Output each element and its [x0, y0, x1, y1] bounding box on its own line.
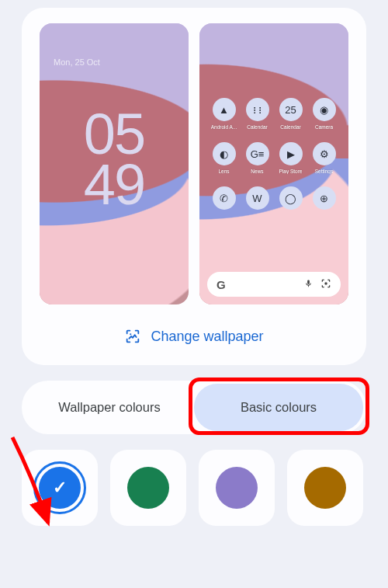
color-swatch-row: ✓	[22, 450, 366, 526]
swatch-circle	[127, 467, 169, 509]
mic-icon	[304, 278, 313, 291]
app-item[interactable]: ◉Camera	[309, 98, 339, 130]
app-item[interactable]: ✆	[209, 186, 239, 213]
tab-label: Wallpaper colours	[58, 400, 160, 414]
app-item[interactable]: G≡News	[242, 142, 272, 174]
swatch-circle	[216, 467, 258, 509]
app-icon: ⫶⫶	[246, 98, 269, 121]
app-icon: ▶	[279, 142, 303, 165]
app-label: Android A...	[211, 124, 237, 130]
app-item[interactable]: ▲Android A...	[209, 98, 239, 130]
lock-screen-preview[interactable]: Mon, 25 Oct 05 49	[40, 23, 189, 304]
lock-clock-minutes: 49	[40, 159, 189, 210]
color-swatch-purple[interactable]	[199, 450, 275, 526]
swatch-circle	[304, 467, 346, 509]
app-item[interactable]: 25Calendar	[275, 98, 306, 130]
check-icon: ✓	[53, 478, 67, 498]
app-icon: W	[246, 186, 269, 210]
color-tabs: Wallpaper colours Basic colours	[22, 381, 366, 434]
lock-date: Mon, 25 Oct	[54, 57, 100, 67]
app-icon: ◐	[213, 142, 236, 165]
wallpaper-icon	[124, 328, 141, 345]
color-swatch-brown[interactable]	[287, 450, 363, 526]
color-swatch-blue[interactable]: ✓	[22, 450, 98, 526]
color-swatch-green[interactable]	[110, 450, 186, 526]
svg-point-1	[130, 333, 132, 335]
app-label: Play Store	[279, 169, 303, 174]
app-icon: G≡	[246, 142, 269, 165]
app-icon: ⊕	[313, 186, 336, 210]
app-item[interactable]: ⫶⫶Calendar	[242, 98, 272, 130]
lens-icon	[320, 278, 331, 291]
app-label: Settings	[315, 169, 334, 174]
app-icon: ◯	[279, 186, 303, 210]
google-icon: G	[217, 278, 226, 291]
app-label: Calendar	[280, 124, 300, 130]
home-screen-preview[interactable]: ▲Android A...⫶⫶Calendar25Calendar◉Camera…	[199, 23, 348, 304]
lock-clock: 05 49	[40, 109, 189, 210]
change-wallpaper-button[interactable]: Change wallpaper	[36, 328, 352, 345]
app-label: News	[251, 169, 263, 174]
app-grid: ▲Android A...⫶⫶Calendar25Calendar◉Camera…	[209, 98, 339, 213]
app-item[interactable]: ◯	[275, 186, 306, 213]
app-icon: ◉	[313, 98, 336, 121]
app-label: Camera	[315, 124, 333, 130]
app-item[interactable]: ⊕	[309, 186, 339, 213]
app-item[interactable]: ⚙Settings	[309, 142, 339, 174]
app-item[interactable]: W	[242, 186, 272, 213]
tab-label: Basic colours	[241, 400, 317, 414]
preview-row: Mon, 25 Oct 05 49 ▲Android A...⫶⫶Calenda…	[36, 23, 352, 304]
tab-wallpaper-colours[interactable]: Wallpaper colours	[25, 384, 194, 431]
app-label: Lens	[218, 169, 229, 174]
app-icon: ⚙	[313, 142, 336, 165]
tab-basic-colours[interactable]: Basic colours	[194, 384, 363, 431]
preview-card: Mon, 25 Oct 05 49 ▲Android A...⫶⫶Calenda…	[22, 8, 366, 365]
app-item[interactable]: ◐Lens	[209, 142, 239, 174]
search-bar[interactable]: G	[207, 272, 341, 297]
app-icon: 25	[279, 98, 303, 121]
app-icon: ▲	[213, 98, 236, 121]
svg-point-0	[324, 282, 327, 285]
app-item[interactable]: ▶Play Store	[275, 142, 306, 174]
app-label: Calendar	[247, 124, 267, 130]
change-wallpaper-label: Change wallpaper	[151, 329, 263, 345]
app-icon: ✆	[213, 186, 236, 210]
